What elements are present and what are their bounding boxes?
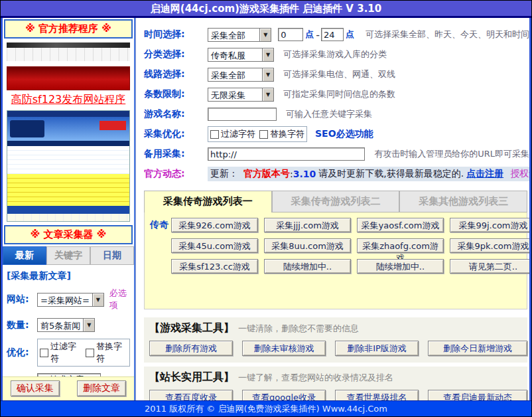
site-select[interactable]: =采集网站= ▼ [37, 293, 104, 307]
time-label: 时间选择: [144, 29, 208, 41]
sidebar-actions: 确认采集 删除文章 [3, 376, 134, 400]
category-select-value: 传奇私服 [208, 48, 262, 61]
hour-to-input[interactable] [321, 28, 344, 41]
collect-game-button[interactable]: 采集99j.com游戏 [450, 218, 529, 232]
line-desc: 可选择采集电信、网通、双线 [283, 68, 395, 80]
thumbnail2-white-rows [7, 146, 129, 174]
promo-site-thumbnail [7, 42, 130, 90]
thumbnail2-logo [10, 120, 44, 137]
hour-to-unit: 点 [346, 29, 354, 41]
chevron-down-icon[interactable]: ▼ [262, 68, 273, 81]
delete-today-new-button[interactable]: 删除今日新增游戏 [428, 341, 527, 356]
chevron-down-icon[interactable]: ▼ [92, 293, 103, 306]
hour-from-input[interactable] [278, 28, 303, 41]
promo-header: ※ 官方推荐程序 ※ [4, 19, 133, 39]
game-name-row: 游戏名称: 可输入任意关键字采集 [144, 104, 529, 124]
tab-latest[interactable]: 最新 [3, 246, 46, 265]
chevron-down-icon[interactable]: ▼ [262, 88, 273, 101]
delete-unreviewed-button[interactable]: 删除未审核游戏 [242, 341, 326, 356]
register-link[interactable]: 点击注册 [466, 168, 503, 180]
check-news-button[interactable]: 查看启迪最新动态 [428, 390, 527, 400]
news-update: 更新： [210, 168, 238, 180]
tab-keyword[interactable]: 关键字 [46, 246, 90, 265]
category-select[interactable]: 传奇私服 ▼ [208, 48, 274, 62]
check-google-button[interactable]: 查看google收录 [242, 390, 326, 400]
delete-all-games-button[interactable]: 删除所有游戏 [149, 341, 233, 356]
site-row: 网站: =采集网站= ▼ 必选项 [7, 288, 130, 311]
news-version: 3.10 [293, 169, 316, 179]
collect-game-button[interactable]: 请见第二页.. [450, 259, 529, 274]
hour-separator: - [316, 29, 320, 41]
count-select[interactable]: 前5条新闻 ▼ [37, 318, 95, 332]
collect-game-button[interactable]: 采集45u.com游戏 [171, 238, 258, 253]
thumbnail2-yellow-rows [7, 174, 129, 206]
category-label: 分类选择: [144, 48, 208, 60]
collect-game-button[interactable]: 采集jjj.com游戏 [264, 218, 351, 232]
collect-game-button[interactable]: 陆续增加中.. [357, 259, 444, 274]
promo-link[interactable]: 高防sf123发布网站程序 [3, 90, 134, 108]
game-tools-desc: 一键清除，删除您不需要的信息 [238, 323, 359, 335]
chevron-down-icon[interactable]: ▼ [262, 48, 273, 61]
game-site-thumbnail [7, 110, 130, 222]
tab-game-list-3[interactable]: 采集其他游戏列表三 [399, 191, 527, 212]
game-name-desc: 可输入任意关键字采集 [286, 108, 372, 120]
collect-game-button[interactable]: 采集926.com游戏 [171, 218, 258, 232]
replace-checkbox[interactable] [86, 349, 94, 357]
confirm-collect-button[interactable]: 确认采集 [11, 380, 60, 396]
app-window: 启迪网(44cj.com)游戏采集插件 启迪插件 V 3.10 ※ 官方推荐程序… [0, 0, 532, 417]
delete-non-ip-button[interactable]: 删除非IP版游戏 [335, 341, 419, 356]
time-desc: 可选择采集全部、昨天、今天、明天和时间 [366, 29, 529, 41]
news-row: 官方动态: 更新： 官方版本号 : 3.10 请及时更新下载,获得最新最稳定的.… [144, 164, 529, 184]
collect-game-button[interactable]: 采集9pk.com游戏 [450, 238, 529, 253]
auth-prefix: 授权还剩 [510, 168, 529, 180]
tab-game-list-2[interactable]: 采集传奇游戏列表二 [272, 191, 400, 212]
site-label: 网站: [7, 293, 37, 305]
collect-game-button[interactable]: 采集zhaofg.com游戏 [357, 238, 444, 253]
delete-article-button[interactable]: 删除文章 [77, 380, 126, 396]
collect-game-button[interactable]: 采集8uu.com游戏 [264, 238, 351, 253]
legend-row-label: 传奇 [147, 219, 171, 231]
game-button-row: 采集sf123.cc游戏 陆续增加中.. 陆续增加中.. 请见第二页.. [147, 259, 524, 274]
collector-header: ※ 文章采集器 ※ [4, 225, 133, 244]
webmaster-tools-desc: 一键了解，查看您网站的收录情况及排名 [238, 372, 393, 384]
check-rank-button[interactable]: 查看世界级排名 [335, 390, 419, 400]
tab-date[interactable]: 日期 [90, 246, 134, 265]
time-select[interactable]: 采集全部 ▼ [208, 28, 271, 42]
chevron-down-icon[interactable]: ▼ [259, 29, 271, 41]
news-text: 请及时更新下载,获得最新最稳定的. [318, 168, 464, 180]
filter-checkbox[interactable] [210, 130, 219, 139]
collect-game-button[interactable]: 采集yaosf.com游戏 [357, 218, 444, 232]
webmaster-tools-title: 【站长实用工具】 [149, 371, 234, 384]
sidebar-form: [采集最新文章] 网站: =采集网站= ▼ 必选项 数量: 前5条新闻 ▼ [3, 265, 134, 376]
filter-checkbox-label: 过滤字符 [221, 128, 255, 140]
game-list-tabs: 采集传奇游戏列表一 采集传奇游戏列表二 采集其他游戏列表三 [144, 191, 527, 212]
backup-row: 备用采集: 有攻击时输入管理员给你的URL即可采集 [144, 144, 529, 164]
thumbnail-text-line [7, 61, 130, 66]
news-label: 官方动态: [144, 168, 208, 180]
game-tools-header: 【游戏采集工具】 一键清除，删除您不需要的信息 [149, 321, 522, 335]
seo-hint: SEO必选功能 [315, 128, 373, 140]
optimize-checkbox-group: 过滤字符 替换字符 [208, 126, 307, 142]
limit-select[interactable]: 无限采集 ▼ [208, 88, 274, 102]
main-panel: 时间选择: 采集全部 ▼ 点 - 点 可选择采集全部、昨天、今天、明天和时间 分… [135, 18, 529, 400]
collect-game-button[interactable]: 采集sf123.cc游戏 [171, 259, 258, 274]
webmaster-tools-section: 【站长实用工具】 一键了解，查看您网站的收录情况及排名 查看百度收录 查看goo… [144, 367, 527, 400]
game-name-input[interactable] [208, 108, 277, 121]
line-select[interactable]: 采集全部 ▼ [208, 68, 274, 82]
chevron-down-icon[interactable]: ▼ [83, 319, 94, 331]
thumbnail2-footer-band [7, 206, 129, 214]
check-baidu-button[interactable]: 查看百度收录 [149, 390, 233, 400]
collect-game-button[interactable]: 陆续增加中.. [264, 259, 351, 274]
sidebar: ※ 官方推荐程序 ※ 高防sf123发布网站程序 [3, 18, 135, 400]
filter-checkbox-label: 过滤字符 [50, 341, 82, 365]
category-desc: 可选择采集游戏入库的分类 [283, 48, 387, 60]
backup-url-input[interactable] [208, 147, 365, 161]
line-select-value: 采集全部 [208, 68, 262, 81]
replace-checkbox-label: 替换字符 [96, 341, 127, 365]
tab-game-list-1[interactable]: 采集传奇游戏列表一 [144, 191, 272, 212]
game-button-row: 传奇 采集926.com游戏 采集jjj.com游戏 采集yaosf.com游戏… [147, 218, 524, 232]
game-tools-section: 【游戏采集工具】 一键清除，删除您不需要的信息 删除所有游戏 删除未审核游戏 删… [144, 317, 527, 363]
game-tools-buttons: 删除所有游戏 删除未审核游戏 删除非IP版游戏 删除今日新增游戏 [149, 341, 522, 356]
filter-checkbox[interactable] [40, 349, 48, 357]
replace-checkbox[interactable] [259, 130, 268, 139]
